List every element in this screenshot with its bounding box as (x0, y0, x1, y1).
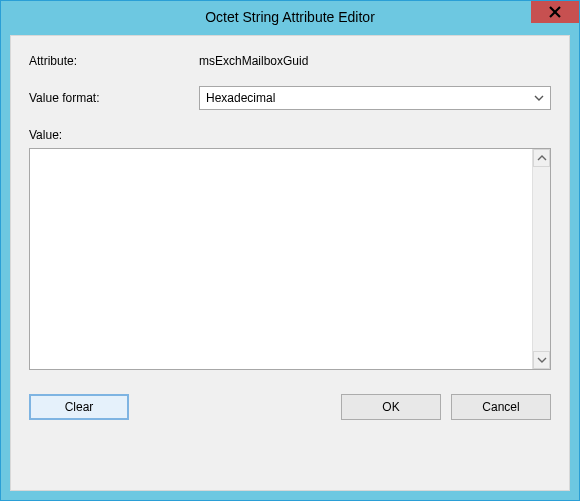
value-field-wrap (29, 148, 551, 370)
cancel-button-label: Cancel (482, 400, 519, 414)
chevron-up-icon (537, 153, 547, 163)
scroll-up-button[interactable] (533, 149, 550, 167)
value-format-select-wrap: Hexadecimal (199, 86, 551, 110)
button-row: Clear OK Cancel (29, 394, 551, 420)
titlebar: Octet String Attribute Editor (1, 1, 579, 33)
chevron-down-icon (537, 355, 547, 365)
value-format-label: Value format: (29, 91, 199, 105)
ok-button[interactable]: OK (341, 394, 441, 420)
scroll-down-button[interactable] (533, 351, 550, 369)
button-row-right: OK Cancel (341, 394, 551, 420)
close-icon (549, 6, 561, 18)
attribute-row: Attribute: msExchMailboxGuid (29, 54, 551, 68)
value-label: Value: (29, 128, 551, 142)
clear-button[interactable]: Clear (29, 394, 129, 420)
window-title: Octet String Attribute Editor (205, 9, 375, 25)
attribute-value: msExchMailboxGuid (199, 54, 308, 68)
ok-button-label: OK (382, 400, 399, 414)
dialog-window: Octet String Attribute Editor Attribute:… (0, 0, 580, 501)
close-button[interactable] (531, 1, 579, 23)
vertical-scrollbar[interactable] (532, 149, 550, 369)
value-textarea[interactable] (30, 149, 532, 369)
client-area: Attribute: msExchMailboxGuid Value forma… (10, 35, 570, 491)
attribute-label: Attribute: (29, 54, 199, 68)
value-format-row: Value format: Hexadecimal (29, 86, 551, 110)
value-format-select[interactable]: Hexadecimal (199, 86, 551, 110)
chevron-down-icon (529, 88, 549, 108)
cancel-button[interactable]: Cancel (451, 394, 551, 420)
value-format-selected: Hexadecimal (206, 91, 275, 105)
clear-button-label: Clear (65, 400, 94, 414)
